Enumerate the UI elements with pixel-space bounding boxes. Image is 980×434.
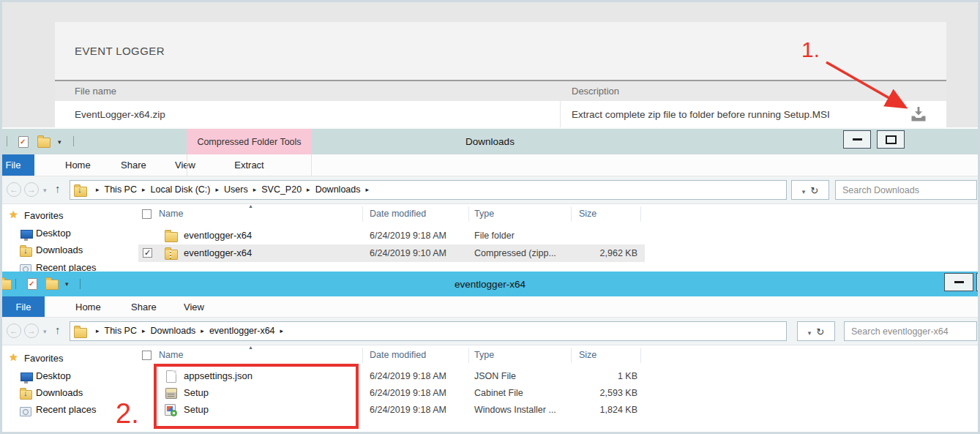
crumb-downloads[interactable]: Downloads [151, 326, 196, 336]
sidebar-item-downloads[interactable]: Downloads [36, 244, 83, 255]
maximize-button[interactable] [976, 273, 978, 291]
download-icon[interactable] [910, 107, 927, 122]
favorites-label: Favorites [24, 353, 63, 364]
page-title: EVENT LOGGER [75, 45, 165, 57]
contextual-tab-label: Compressed Folder Tools [187, 129, 312, 154]
search-input[interactable] [844, 321, 977, 341]
file-row[interactable]: eventlogger-x64 6/24/2019 9:18 AM File f… [2, 227, 978, 244]
column-divider [362, 206, 363, 222]
file-row-selected[interactable]: ✓ eventlogger-x64 6/24/2019 9:10 AM Comp… [138, 244, 645, 262]
new-folder-icon[interactable] [37, 138, 51, 148]
window2-titlebar: ▾ eventlogger-x64 [2, 272, 978, 296]
annotation-highlight-box [154, 364, 359, 429]
column-date-modified[interactable]: Date modified [370, 206, 426, 222]
crumb-this-pc[interactable]: This PC [105, 326, 137, 336]
separator [7, 136, 7, 146]
tab-home[interactable]: Home [75, 296, 101, 317]
up-button[interactable]: ↑ [55, 182, 61, 195]
row-checkbox-checked[interactable]: ✓ [143, 248, 152, 258]
file-date: 6/24/2019 9:18 AM [370, 367, 446, 385]
file-size: 1 KB [579, 367, 637, 385]
tab-file[interactable]: File [2, 154, 34, 176]
screenshot-root: EVENT LOGGER File name Description Event… [0, 0, 980, 434]
crumb-svc-p20[interactable]: SVC_P20 [261, 184, 302, 195]
file-row[interactable]: appsettings.json 6/24/2019 9:18 AM JSON … [2, 367, 978, 385]
column-date-modified[interactable]: Date modified [370, 347, 426, 364]
file-date: 6/24/2019 9:10 AM [370, 244, 446, 262]
tab-home[interactable]: Home [65, 154, 91, 176]
crumb-separator-icon: ▸ [307, 186, 310, 193]
column-file-name: File name [75, 81, 116, 101]
back-button[interactable]: ← [7, 182, 21, 197]
annotation-step-2: 2. [116, 398, 139, 430]
annotation-step-1: 1. [801, 37, 820, 62]
quick-access-dropdown-icon[interactable]: ▾ [58, 138, 61, 146]
file-type: Windows Installer ... [474, 401, 556, 419]
sort-ascending-icon: ▲ [248, 203, 253, 209]
crumb-separator-icon: ▸ [96, 186, 100, 193]
maximize-button[interactable] [877, 130, 905, 149]
column-name[interactable]: Name [159, 206, 183, 222]
search-input[interactable] [835, 180, 977, 200]
recent-places-icon [20, 264, 31, 272]
refresh-icon[interactable]: ↻ [816, 326, 824, 337]
properties-icon[interactable] [27, 278, 37, 290]
window2-address-bar: ← → ▾ ↑ ▸This PC▸Downloads▸eventlogger-x… [2, 318, 978, 345]
refresh-box[interactable]: ▾↻ [797, 321, 835, 341]
tab-extract[interactable]: Extract [234, 154, 263, 176]
up-button[interactable]: ↑ [55, 323, 61, 336]
folder-icon [165, 232, 178, 242]
crumb-separator-icon: ▸ [142, 327, 146, 334]
minimize-button[interactable] [843, 130, 871, 149]
column-divider [571, 206, 572, 222]
file-row[interactable]: Setup 6/24/2019 9:18 AM Cabinet File 2,5… [2, 384, 978, 402]
select-all-checkbox[interactable] [142, 351, 152, 360]
breadcrumb: ▸This PC▸Local Disk (C:)▸Users▸SVC_P20▸D… [91, 181, 374, 199]
forward-button[interactable]: → [24, 182, 39, 197]
favorites-label: Favorites [24, 210, 63, 221]
list-column-headers: Name ▲ Date modified Type Size [138, 206, 972, 222]
tab-file[interactable]: File [2, 296, 45, 317]
crumb-downloads[interactable]: Downloads [315, 184, 361, 195]
file-row[interactable]: Setup 6/24/2019 9:18 AM Windows Installe… [2, 401, 978, 419]
address-dropdown-icon[interactable]: ▾ [802, 188, 806, 195]
crumb-separator-icon: ▸ [365, 186, 369, 193]
column-type[interactable]: Type [474, 347, 494, 364]
select-all-checkbox[interactable] [142, 209, 152, 219]
address-box[interactable]: ▸This PC▸Downloads▸eventlogger-x64▸ [70, 321, 787, 341]
address-dropdown-icon[interactable]: ▾ [808, 329, 812, 337]
column-size[interactable]: Size [579, 347, 596, 364]
refresh-icon[interactable]: ↻ [810, 185, 818, 196]
column-name[interactable]: Name [159, 347, 183, 364]
sidebar-item-recent-places[interactable]: Recent places [36, 262, 96, 272]
refresh-box[interactable]: ▾↻ [791, 180, 829, 200]
address-box[interactable]: ▸This PC▸Local Disk (C:)▸Users▸SVC_P20▸D… [70, 180, 787, 200]
column-divider [640, 206, 641, 222]
properties-icon[interactable] [18, 136, 29, 148]
crumb-local-disk[interactable]: Local Disk (C:) [151, 184, 211, 195]
quick-access-dropdown-icon[interactable]: ▾ [65, 280, 69, 288]
column-type[interactable]: Type [474, 206, 494, 222]
description-cell: Extract complete zip file to folder befo… [572, 101, 830, 128]
crumb-separator-icon: ▸ [201, 327, 204, 334]
folder-icon [74, 328, 87, 338]
separator [15, 279, 16, 289]
minimize-button[interactable] [944, 273, 973, 291]
history-dropdown-icon[interactable]: ▾ [43, 187, 47, 194]
tab-share[interactable]: Share [121, 154, 146, 176]
forward-button[interactable]: → [24, 323, 39, 338]
crumb-separator-icon: ▸ [253, 186, 257, 193]
crumb-this-pc[interactable]: This PC [105, 184, 137, 195]
window2-ribbon-tabs: File Home Share View [2, 296, 978, 318]
tab-view[interactable]: View [184, 296, 204, 317]
file-date: 6/24/2019 9:18 AM [370, 227, 446, 244]
tab-share[interactable]: Share [131, 296, 157, 317]
new-folder-icon[interactable] [45, 280, 59, 290]
history-dropdown-icon[interactable]: ▾ [43, 328, 47, 335]
crumb-eventlogger-x64[interactable]: eventlogger-x64 [209, 326, 275, 336]
file-type: Cabinet File [474, 384, 523, 402]
separator [73, 136, 74, 146]
crumb-users[interactable]: Users [224, 184, 248, 195]
column-size[interactable]: Size [579, 206, 596, 222]
back-button[interactable]: ← [7, 323, 21, 338]
